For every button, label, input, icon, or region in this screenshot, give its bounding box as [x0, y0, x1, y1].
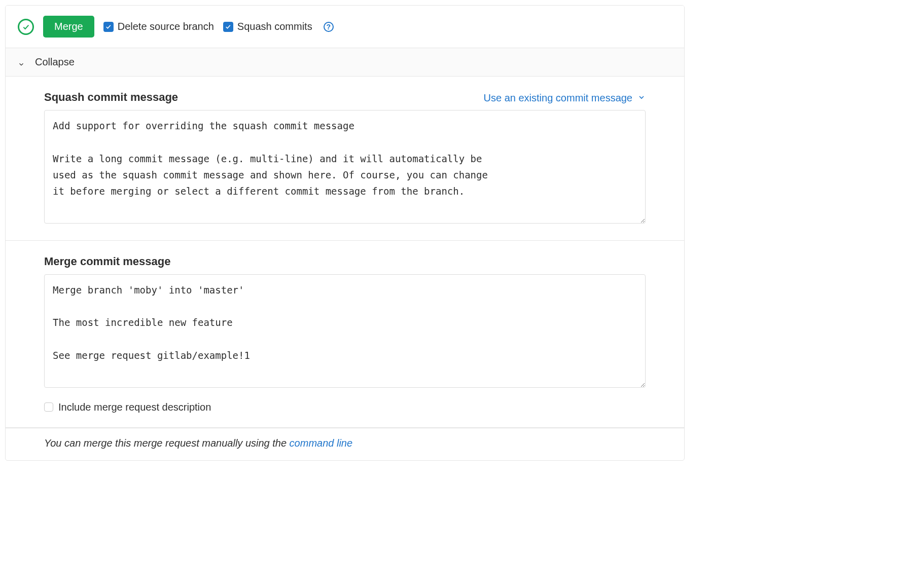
- squash-commits-label: Squash commits: [237, 21, 312, 32]
- squash-commits-checkbox[interactable]: [223, 22, 233, 32]
- squash-commits-option[interactable]: Squash commits: [223, 21, 312, 32]
- chevron-down-icon: [637, 92, 646, 104]
- status-ready-icon: [18, 19, 34, 35]
- delete-source-branch-checkbox[interactable]: [103, 22, 114, 32]
- merge-commit-section: Merge commit message Include merge reque…: [6, 241, 684, 428]
- merge-button[interactable]: Merge: [43, 16, 94, 38]
- collapse-toggle[interactable]: Collapse: [6, 48, 684, 77]
- use-existing-commit-label: Use an existing commit message: [484, 92, 632, 104]
- collapse-label: Collapse: [35, 56, 75, 68]
- merge-commit-message-input[interactable]: [44, 274, 646, 388]
- include-description-label: Include merge request description: [58, 401, 211, 413]
- include-description-checkbox[interactable]: [44, 402, 53, 412]
- merge-widget: Merge Delete source branch Squash commit…: [5, 5, 685, 461]
- squash-title: Squash commit message: [44, 91, 178, 104]
- merge-section-header: Merge commit message: [44, 255, 646, 268]
- delete-source-branch-label: Delete source branch: [118, 21, 214, 32]
- merge-title: Merge commit message: [44, 255, 170, 268]
- chevron-down-icon: [18, 59, 25, 66]
- manual-merge-footer: You can merge this merge request manuall…: [6, 428, 684, 460]
- squash-commit-section: Squash commit message Use an existing co…: [6, 77, 684, 241]
- squash-section-header: Squash commit message Use an existing co…: [44, 91, 646, 104]
- use-existing-commit-dropdown[interactable]: Use an existing commit message: [484, 92, 646, 104]
- include-description-option[interactable]: Include merge request description: [44, 401, 646, 413]
- command-line-link[interactable]: command line: [290, 437, 353, 449]
- squash-help-icon[interactable]: ?: [324, 22, 334, 32]
- squash-commit-message-input[interactable]: [44, 110, 646, 224]
- merge-header: Merge Delete source branch Squash commit…: [6, 6, 684, 48]
- delete-source-branch-option[interactable]: Delete source branch: [103, 21, 214, 32]
- manual-merge-text: You can merge this merge request manuall…: [44, 437, 290, 449]
